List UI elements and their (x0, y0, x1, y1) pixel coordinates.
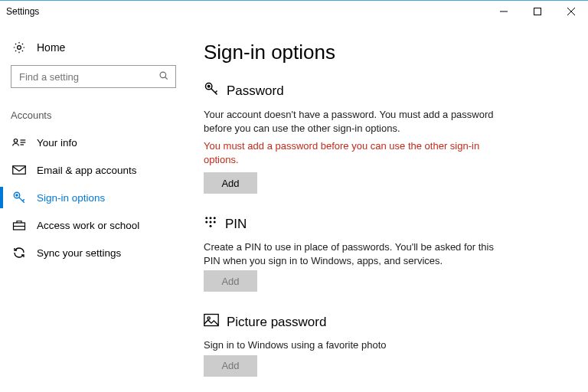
svg-point-26 (210, 221, 212, 224)
svg-point-13 (16, 194, 18, 196)
password-warning: You must add a password before you can u… (204, 139, 510, 166)
svg-point-30 (207, 317, 210, 319)
sidebar-item-your-info[interactable]: Your info (11, 129, 178, 156)
home-label: Home (37, 41, 65, 54)
svg-line-6 (165, 77, 168, 79)
svg-point-22 (205, 217, 207, 219)
svg-point-28 (210, 225, 212, 227)
svg-rect-1 (534, 8, 541, 15)
svg-point-7 (14, 139, 18, 143)
svg-point-4 (18, 46, 21, 50)
group-picture: Picture password Sign in to Windows usin… (204, 313, 510, 377)
svg-rect-29 (204, 315, 218, 326)
svg-point-25 (205, 221, 207, 224)
sidebar-item-email[interactable]: Email & app accounts (11, 156, 178, 184)
password-desc: Your account doesn't have a password. Yo… (204, 108, 510, 135)
search-input[interactable] (18, 70, 158, 83)
group-heading: Picture password (227, 315, 326, 330)
password-add-button[interactable]: Add (204, 172, 257, 194)
search-icon (158, 70, 169, 83)
key-icon (12, 191, 26, 204)
sidebar: Home Accounts Your info Email & app (0, 22, 188, 392)
picture-icon (204, 313, 219, 331)
sync-icon (12, 246, 26, 260)
svg-point-5 (160, 72, 166, 78)
maximize-button[interactable] (521, 1, 554, 22)
minimize-button[interactable] (487, 1, 521, 22)
page-title: Sign-in options (204, 41, 565, 64)
sidebar-item-label: Your info (37, 137, 77, 149)
svg-point-24 (214, 217, 216, 219)
home-nav[interactable]: Home (11, 38, 178, 65)
titlebar: Settings (0, 1, 588, 22)
sidebar-item-work[interactable]: Access work or school (11, 211, 178, 239)
gear-icon (12, 41, 26, 54)
briefcase-icon (12, 218, 26, 232)
picture-desc: Sign in to Windows using a favorite phot… (204, 338, 510, 352)
sidebar-item-label: Sync your settings (37, 247, 121, 259)
group-password: Password Your account doesn't have a pas… (204, 81, 510, 194)
search-box[interactable] (11, 65, 176, 88)
group-heading: PIN (225, 217, 247, 232)
group-pin: PIN Create a PIN to use in place of pass… (204, 215, 510, 292)
close-button[interactable] (554, 1, 588, 22)
sidebar-item-signin[interactable]: Sign-in options (11, 184, 178, 211)
svg-point-27 (214, 221, 216, 224)
section-label: Accounts (11, 109, 178, 121)
pin-add-button[interactable]: Add (204, 270, 257, 292)
svg-line-21 (215, 91, 217, 93)
svg-line-15 (23, 199, 24, 201)
key-icon (204, 81, 219, 100)
svg-point-23 (210, 217, 212, 219)
sidebar-item-label: Access work or school (37, 220, 139, 231)
main-content: Sign-in options Password Your account do… (188, 22, 588, 392)
sidebar-item-label: Sign-in options (37, 192, 105, 204)
svg-rect-11 (13, 166, 26, 175)
mail-icon (12, 163, 26, 177)
pin-desc: Create a PIN to use in place of password… (204, 240, 510, 267)
sidebar-item-sync[interactable]: Sync your settings (11, 239, 178, 266)
keypad-icon (204, 215, 217, 233)
group-heading: Password (227, 83, 284, 99)
window-title: Settings (6, 6, 39, 17)
svg-point-19 (207, 85, 210, 87)
picture-add-button[interactable]: Add (204, 355, 257, 377)
person-card-icon (12, 136, 26, 149)
sidebar-item-label: Email & app accounts (37, 165, 137, 176)
